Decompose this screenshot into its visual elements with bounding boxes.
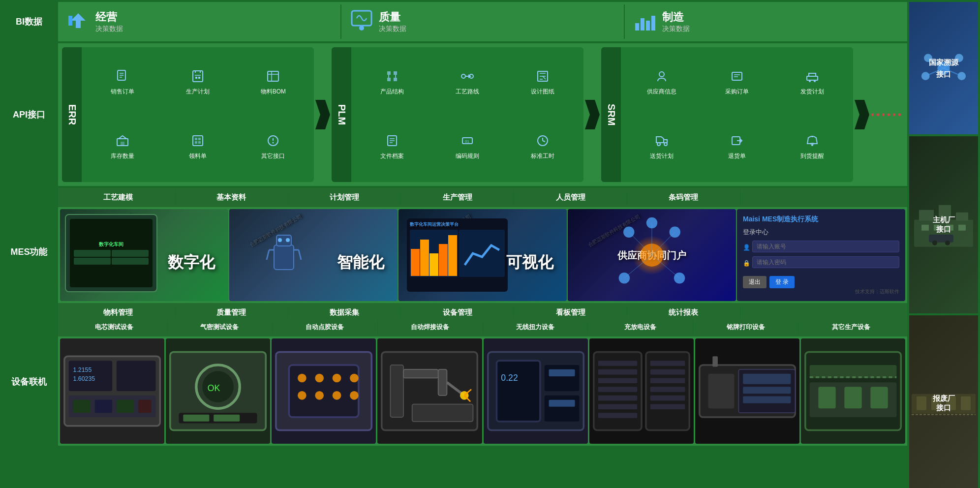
svg-point-72 (278, 238, 282, 242)
digital-screen: 数字化车间 (70, 219, 153, 287)
bar-4 (439, 244, 448, 276)
bom-icon (266, 69, 280, 86)
svg-rect-145 (650, 396, 685, 401)
plm-item-route[interactable]: 工艺路线 (430, 51, 504, 114)
login-buttons: 退出 登 录 (743, 274, 899, 288)
standard-workhour-icon (536, 134, 550, 151)
plm-item-struct[interactable]: 产品结构 (355, 51, 429, 114)
equip-item-other[interactable]: 其它生产设备 (798, 321, 903, 334)
svg-rect-1 (68, 16, 72, 26)
srm-item-supplier[interactable]: 供应商信息 (625, 51, 698, 114)
equip-img-cell: 1.2155 1.60235 (60, 338, 164, 444)
airtight-svg: OK (166, 338, 270, 444)
right-panel-scrap[interactable]: 报废厂接口 (909, 315, 978, 488)
bar-2 (420, 240, 429, 276)
equip-item-plate[interactable]: 铭牌打印设备 (693, 321, 798, 334)
plm-items: 产品结构 工艺路线 设计图纸 (351, 47, 583, 182)
bi-label-text: BI数据 (16, 16, 42, 28)
svg-rect-35 (394, 78, 397, 81)
digital-cell-2 (112, 250, 149, 257)
plm-item-drawing[interactable]: 设计图纸 (506, 51, 580, 114)
login-user-input[interactable] (752, 241, 899, 252)
bi-title-zhiliang: 质量 (379, 10, 406, 25)
svg-rect-185 (961, 396, 971, 410)
svg-rect-135 (598, 369, 637, 375)
api-content: ERR 销售订单 生产计划 (58, 43, 907, 186)
srm-item-purchase[interactable]: 采购订单 (700, 51, 773, 114)
visual-text: 可视化 (506, 252, 553, 274)
mes-func-report[interactable]: 统计报表 (627, 306, 740, 319)
svg-line-85 (652, 232, 675, 255)
srm-items: 供应商信息 采购订单 发货计划 (621, 47, 853, 182)
srm-item-shipplan[interactable]: 发货计划 (776, 51, 849, 114)
smart-robot-area (238, 218, 330, 292)
bi-subtitle-jingying: 决策数据 (95, 25, 123, 33)
mes-func-device[interactable]: 设备管理 (401, 306, 514, 319)
erp-item-sales[interactable]: 销售订单 (86, 51, 159, 114)
plm-item-workhour[interactable]: 标准工时 (506, 116, 580, 178)
bar-3 (429, 253, 438, 276)
glue-svg (272, 338, 376, 444)
mes-func-barcode[interactable]: 条码管理 (627, 191, 740, 204)
equip-label: 设备联机 (2, 318, 56, 446)
plate-svg (695, 338, 799, 444)
login-button[interactable]: 登 录 (769, 276, 795, 288)
svg-rect-60 (807, 76, 818, 80)
erp-item-stock[interactable]: 库存数量 (86, 116, 159, 178)
svg-rect-159 (870, 387, 888, 408)
svg-marker-69 (855, 100, 869, 129)
mes-func-kanban[interactable]: 看板管理 (514, 306, 627, 319)
erp-item-plan[interactable]: 生产计划 (161, 51, 234, 114)
svg-rect-178 (929, 235, 953, 243)
plm-item-files[interactable]: 文件档案 (355, 116, 429, 178)
right-panel-national[interactable]: 国家溯源接口 (909, 2, 978, 134)
equip-item-charger[interactable]: 充放电设备 (588, 321, 693, 334)
mes-func-personnel[interactable]: 人员管理 (514, 191, 627, 204)
svg-rect-124 (412, 404, 473, 422)
mes-func-production[interactable]: 生产管理 (401, 191, 514, 204)
svg-point-108 (298, 374, 306, 383)
svg-text:OK: OK (208, 383, 220, 393)
mes-func-datacollect[interactable]: 数据采集 (288, 306, 401, 319)
svg-point-82 (674, 273, 685, 283)
login-pwd-input[interactable] (752, 256, 899, 268)
equip-item-airtight[interactable]: 气密测试设备 (167, 321, 273, 334)
ship-plan-icon (805, 69, 819, 86)
login-user-row: 👤 (743, 241, 899, 254)
svg-rect-24 (195, 138, 197, 140)
digital-grid (74, 250, 148, 265)
bi-section-jingying: 经营 决策数据 (58, 4, 341, 39)
equip-item-glue[interactable]: 自动点胶设备 (273, 321, 378, 334)
mes-func-craft[interactable]: 工艺建模 (62, 191, 175, 204)
svg-rect-26 (195, 141, 197, 144)
svg-rect-22 (121, 142, 124, 146)
right-panel-factory[interactable]: 主机厂接口 (909, 136, 978, 313)
svg-rect-104 (183, 415, 209, 422)
bi-icon-jingying (66, 8, 91, 35)
srm-item-arrival[interactable]: 到货提醒 (776, 116, 849, 178)
plm-item-coding[interactable]: 01 编码规则 (430, 116, 504, 178)
svg-rect-134 (598, 361, 637, 366)
srm-item-return[interactable]: 退货单 (700, 116, 773, 178)
equip-item-torque[interactable]: 无线扭力设备 (483, 321, 588, 334)
srm-item-delivery[interactable]: 送货计划 (625, 116, 698, 178)
equip-item-cell[interactable]: 电芯测试设备 (62, 321, 167, 334)
login-card: Maisi MES制造执行系统 登录中心 👤 🔒 退出 登 录 (737, 209, 905, 301)
login-footer: 技术支持：迈斯软件 (743, 288, 899, 295)
return-order-icon (730, 134, 744, 151)
smart-text: 智能化 (337, 252, 384, 274)
svg-rect-95 (73, 400, 91, 413)
mes-func-material[interactable]: 物料管理 (62, 306, 175, 319)
mes-func-basic[interactable]: 基本资料 (175, 191, 288, 204)
erp-item-other[interactable]: 其它接口 (237, 116, 310, 178)
svg-rect-150 (743, 374, 791, 384)
erp-item-bom[interactable]: 物料BOM (237, 51, 310, 114)
mes-func-plan[interactable]: 计划管理 (288, 191, 401, 204)
mes-smart-feature: 合肥迈斯软件科技有限公司 (229, 209, 398, 301)
equip-item-weld[interactable]: 自动焊接设备 (378, 321, 483, 334)
mes-func-quality[interactable]: 质量管理 (175, 306, 288, 319)
erp-item-material[interactable]: 领料单 (161, 116, 234, 178)
svg-point-73 (286, 238, 290, 242)
erp-items: 销售订单 生产计划 物料BOM (82, 47, 314, 182)
logout-button[interactable]: 退出 (743, 276, 766, 288)
